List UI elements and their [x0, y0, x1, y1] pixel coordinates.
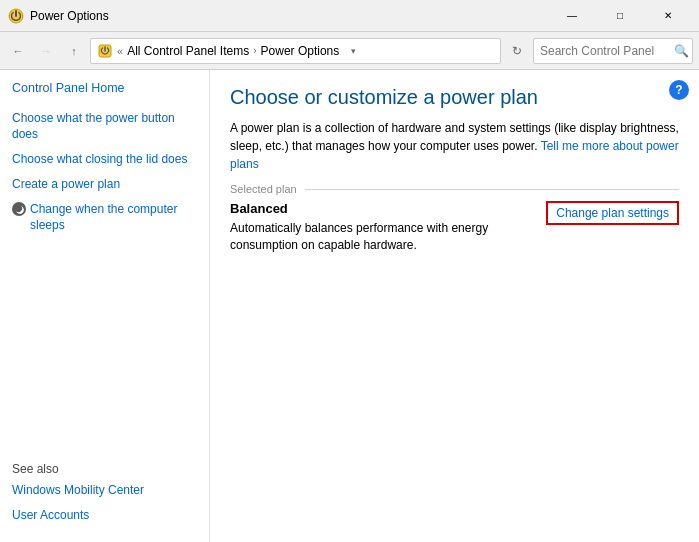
- address-bar: ← → ↑ « All Control Panel Items › Power …: [0, 32, 699, 70]
- sidebar-home-link[interactable]: Control Panel Home: [12, 80, 197, 98]
- forward-button[interactable]: →: [34, 39, 58, 63]
- see-also-section: See also Windows Mobility Center User Ac…: [12, 442, 197, 532]
- minimize-button[interactable]: —: [549, 1, 595, 31]
- sidebar-sleep-link-container: Change when the computer sleeps: [12, 201, 197, 235]
- selected-plan-label: Selected plan: [230, 183, 679, 195]
- plan-desc: Automatically balances performance with …: [230, 220, 546, 254]
- sidebar-accounts-link[interactable]: User Accounts: [12, 507, 197, 524]
- sidebar-sleep-link[interactable]: Change when the computer sleeps: [30, 201, 197, 235]
- breadcrumb-sep: ›: [253, 45, 256, 56]
- plan-name: Balanced: [230, 201, 546, 216]
- maximize-button[interactable]: □: [597, 1, 643, 31]
- sidebar: Control Panel Home Choose what the power…: [0, 70, 210, 542]
- back-button[interactable]: ←: [6, 39, 30, 63]
- change-plan-button[interactable]: Change plan settings: [546, 201, 679, 225]
- moon-icon: [12, 202, 26, 216]
- see-also-label: See also: [12, 462, 197, 476]
- breadcrumb-icon-text: «: [117, 45, 123, 57]
- app-icon: [8, 8, 24, 24]
- sidebar-power-button-link[interactable]: Choose what the power button does: [12, 110, 197, 144]
- help-button[interactable]: ?: [669, 80, 689, 100]
- search-wrapper: 🔍: [533, 38, 693, 64]
- sidebar-lid-link[interactable]: Choose what closing the lid does: [12, 151, 197, 168]
- breadcrumb-allitems[interactable]: All Control Panel Items: [127, 44, 249, 58]
- title-bar: Power Options — □ ✕: [0, 0, 699, 32]
- main-layout: Control Panel Home Choose what the power…: [0, 70, 699, 542]
- breadcrumb: All Control Panel Items › Power Options: [127, 44, 339, 58]
- window-title: Power Options: [30, 9, 549, 23]
- plan-row: Balanced Automatically balances performa…: [230, 201, 679, 254]
- path-icon: [97, 43, 113, 59]
- sidebar-mobility-link[interactable]: Windows Mobility Center: [12, 482, 197, 499]
- sidebar-create-plan-link[interactable]: Create a power plan: [12, 176, 197, 193]
- content-title: Choose or customize a power plan: [230, 86, 679, 109]
- window-controls: — □ ✕: [549, 1, 691, 31]
- address-dropdown-btn[interactable]: ▾: [343, 39, 363, 63]
- refresh-button[interactable]: ↻: [505, 39, 529, 63]
- plan-info: Balanced Automatically balances performa…: [230, 201, 546, 254]
- close-button[interactable]: ✕: [645, 1, 691, 31]
- breadcrumb-current: Power Options: [261, 44, 340, 58]
- content-description: A power plan is a collection of hardware…: [230, 119, 679, 173]
- address-path: « All Control Panel Items › Power Option…: [90, 38, 501, 64]
- search-button[interactable]: 🔍: [674, 44, 689, 58]
- up-button[interactable]: ↑: [62, 39, 86, 63]
- search-input[interactable]: [533, 38, 693, 64]
- content-area: ? Choose or customize a power plan A pow…: [210, 70, 699, 542]
